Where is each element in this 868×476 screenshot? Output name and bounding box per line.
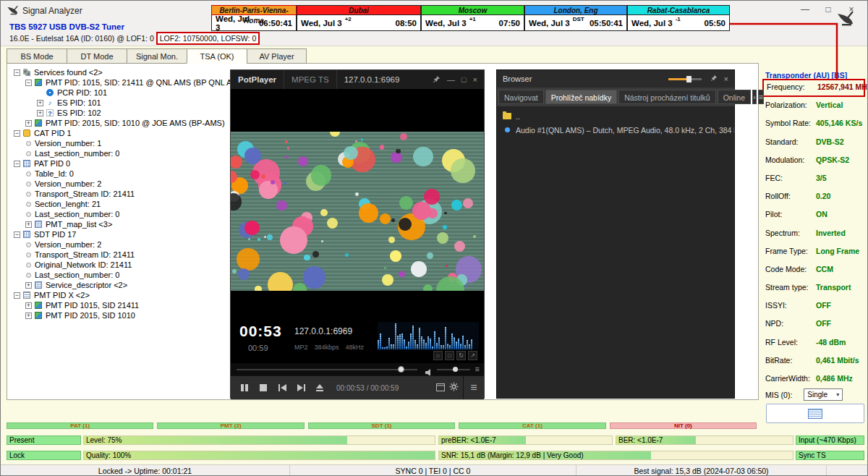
tree-node-label: ES PID: 101	[57, 98, 101, 107]
spectrum-bar	[423, 339, 425, 349]
collapse-minus-icon[interactable]: −	[14, 231, 20, 238]
player-titlebar[interactable]: PotPlayer MPEG TS 127.0.0.1:6969 — □ ×	[231, 70, 484, 89]
browser-tab[interactable]: Prohlížeč nabídky	[545, 90, 617, 104]
grid-icon	[23, 160, 30, 167]
spectrum-bar	[404, 339, 405, 349]
transponder-row: CarrierWidth:0,486 MHz	[762, 370, 865, 388]
browser-titlebar[interactable]: Browser ×	[497, 70, 734, 88]
spectrum-bar	[414, 340, 416, 349]
tree-node[interactable]: −PMT PID X <2>	[12, 290, 226, 300]
transponder-row: NPD:OFF	[762, 315, 865, 333]
browser-list-item[interactable]: Audio #1(QNL AMS) – Dutch, MPEG Audio, 4…	[497, 123, 734, 137]
volume-slider[interactable]	[437, 369, 470, 370]
browser-list-item[interactable]: ..	[497, 109, 734, 123]
clock-city-header: Moscow	[421, 5, 524, 15]
tree-node[interactable]: Transport_Stream ID: 21411	[12, 189, 226, 199]
previous-button[interactable]	[273, 378, 292, 397]
browser-tab[interactable]: Navigovat	[498, 90, 544, 104]
next-button[interactable]	[292, 378, 310, 397]
transponder-action-button[interactable]	[766, 404, 864, 423]
window-icon[interactable]: □	[445, 351, 454, 360]
pause-button[interactable]	[235, 378, 254, 397]
spectrum-bar	[432, 347, 433, 349]
settings-gear-icon[interactable]	[449, 381, 459, 394]
expand-plus-icon[interactable]: +	[25, 302, 32, 309]
video-area[interactable]	[231, 89, 484, 320]
video-bubble	[344, 146, 357, 160]
tree-node[interactable]: Last_section_number: 0	[12, 270, 226, 280]
minimize-icon[interactable]: —	[793, 2, 817, 17]
mis-dropdown[interactable]: Single ▾	[804, 388, 843, 401]
tree-node[interactable]: PCR PID: 101	[12, 88, 226, 98]
player-close-icon[interactable]: ×	[473, 75, 477, 84]
expand-plus-icon[interactable]: +	[25, 120, 32, 127]
tree-node[interactable]: +PMT PID 1015, SID 21411	[12, 300, 226, 310]
tree-node[interactable]: +?ES PID: 102	[12, 108, 226, 118]
browser-tab[interactable]: Online	[718, 90, 751, 104]
stop-button[interactable]	[254, 378, 273, 397]
app-logo-icon	[7, 4, 20, 19]
tree-node-label: Services found <2>	[34, 68, 103, 77]
opacity-slider[interactable]	[668, 78, 702, 80]
tab-dt-mode[interactable]: DT Mode	[67, 48, 127, 64]
browser-scroll-right-icon[interactable]: ›	[752, 90, 757, 104]
seek-slider[interactable]	[237, 369, 417, 370]
opacity-slider-handle[interactable]	[686, 76, 692, 82]
tree-node[interactable]: −SDT PID 17	[12, 229, 226, 239]
collapse-minus-icon[interactable]: −	[14, 69, 20, 76]
transponder-row: Spectrum:Inverted	[762, 225, 865, 243]
tree-node[interactable]: Version_number: 1	[12, 138, 226, 148]
expand-plus-icon[interactable]: +	[37, 100, 43, 106]
tab-av-player[interactable]: AV Player	[247, 48, 307, 64]
video-bubble	[304, 255, 310, 260]
repeat-icon[interactable]: ↻	[456, 351, 466, 360]
home-icon[interactable]: ⌂	[433, 351, 443, 360]
tree-node[interactable]: Last_section_number: 0	[12, 148, 226, 158]
volume-handle[interactable]	[453, 367, 458, 372]
expand-plus-icon[interactable]: +	[25, 313, 32, 319]
audio-track-icon	[505, 127, 510, 132]
expand-plus-icon[interactable]: +	[25, 221, 32, 228]
tab-tsa-ok-[interactable]: TSA (OK)	[187, 48, 247, 64]
transponder-param-label: Modulation:	[765, 156, 816, 164]
tree-node[interactable]: Original_Network ID: 21411	[12, 260, 226, 270]
tree-node[interactable]: Transport_Stream ID: 21411	[12, 250, 226, 260]
tree-node[interactable]: Last_section_number: 0	[12, 209, 226, 219]
browser-tab[interactable]: Nástroj procházení titulků	[618, 90, 715, 104]
collapse-minus-icon[interactable]: −	[14, 161, 20, 167]
video-bubble	[390, 250, 401, 262]
tree-node[interactable]: +PMT PID 2015, SID 1010	[12, 310, 226, 320]
tree-node[interactable]: +PMT PID: 2015, SID: 1010 @ JOE AMS (BP-…	[12, 118, 226, 128]
player-maximize-icon[interactable]: □	[461, 75, 467, 84]
tree-node[interactable]: Section_lenght: 21	[12, 199, 226, 209]
expand-plus-icon[interactable]: +	[25, 282, 32, 289]
expand-plus-icon[interactable]: +	[37, 110, 43, 116]
open-eject-button[interactable]	[310, 378, 329, 397]
pin-icon[interactable]	[433, 75, 441, 85]
tree-node[interactable]: −CAT PID 1	[12, 128, 226, 138]
player-menu-icon[interactable]: ≡	[463, 376, 484, 399]
tree-node[interactable]: −PMT PID: 1015, SID: 21411 @ QNL AMS (BP…	[12, 77, 226, 88]
tab-signal-mon-[interactable]: Signal Mon.	[127, 48, 187, 64]
tree-node[interactable]: Version_number: 2	[12, 239, 226, 250]
seek-handle[interactable]	[398, 366, 404, 373]
tree-node[interactable]: −Services found <2>	[12, 67, 226, 77]
browser-panel-icon[interactable]	[436, 381, 445, 394]
tree-node[interactable]: +Service_descriptor <2>	[12, 280, 226, 290]
tree-node[interactable]: +PMT_map_list <3>	[12, 219, 226, 229]
expand-icon[interactable]: ↗	[468, 351, 477, 360]
collapse-minus-icon[interactable]: −	[25, 80, 32, 86]
browser-pin-icon[interactable]	[710, 75, 718, 83]
playlist-handle-icon[interactable]: ≡	[475, 365, 480, 373]
browser-menu-icon[interactable]: ≡	[758, 90, 764, 104]
tree-node[interactable]: Table_Id: 0	[12, 169, 226, 179]
pid-bar-label: CAT (1)	[459, 422, 605, 429]
collapse-minus-icon[interactable]: −	[14, 292, 20, 299]
tab-bs-mode[interactable]: BS Mode	[7, 48, 67, 64]
browser-close-icon[interactable]: ×	[724, 75, 728, 83]
tree-node[interactable]: Version_number: 2	[12, 179, 226, 189]
player-minimize-icon[interactable]: —	[447, 75, 455, 84]
tree-node[interactable]: +♪ES PID: 101	[12, 98, 226, 108]
tree-node[interactable]: −PAT PID 0	[12, 158, 226, 169]
collapse-minus-icon[interactable]: −	[14, 130, 20, 137]
